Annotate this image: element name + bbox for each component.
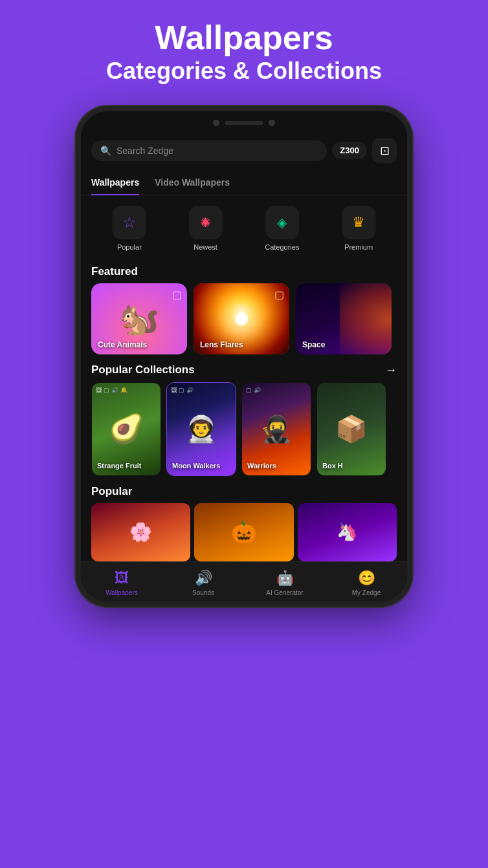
premium-label: Premium: [344, 243, 373, 251]
pop-visual-2: 🎃: [194, 503, 293, 561]
pop-visual-3: 🦄: [298, 503, 397, 561]
video-icon-lens: ▢: [274, 288, 284, 301]
search-bar: 🔍 Search Zedge Z300 ⊡: [81, 131, 407, 171]
featured-card-space[interactable]: Space: [296, 283, 392, 354]
crop-icon: ⊡: [380, 144, 390, 158]
collection-box-h[interactable]: 📦 Box H: [316, 382, 386, 476]
featured-card-cute-animals[interactable]: 🐿️ ▢ Cute Animals: [91, 283, 187, 354]
ai-icon-button[interactable]: ⊡: [372, 138, 397, 163]
camera-dot: [213, 120, 219, 126]
collections-section-header: Popular Collections →: [81, 354, 407, 382]
popular-section-header: Popular: [81, 476, 407, 503]
cute-animals-label: Cute Animals: [98, 340, 147, 349]
newest-icon: ✺: [200, 215, 211, 230]
category-premium[interactable]: ♛ Premium: [342, 206, 375, 251]
vid-icon-w: ▢: [246, 387, 252, 393]
newest-icon-wrap: ✺: [189, 206, 223, 239]
category-newest[interactable]: ✺ Newest: [189, 206, 223, 251]
moon-walkers-label: Moon Walkers: [172, 461, 220, 470]
category-popular[interactable]: ☆ Popular: [113, 206, 146, 251]
nav-my-zedge[interactable]: 😊 My Zedge: [326, 567, 407, 599]
bell-icon: 🔔: [120, 387, 128, 393]
warriors-icons: ▢ 🔊: [246, 387, 261, 393]
pop-visual-1: 🌸: [91, 503, 190, 561]
img-icon-mw: 🖼: [171, 387, 177, 393]
categories-icon-wrap: ◈: [265, 206, 299, 239]
camera-dot-2: [269, 120, 275, 126]
search-input-wrap[interactable]: 🔍 Search Zedge: [91, 140, 327, 161]
bottom-nav: 🖼 Wallpapers 🔊 Sounds 🤖 AI Generator 😊 M…: [81, 561, 407, 602]
popular-card-2[interactable]: 🎃: [194, 503, 293, 561]
collection-moon-walkers[interactable]: 👨‍🚀 🖼 ▢ 🔊 Moon Walkers: [166, 382, 236, 476]
popular-label: Popular: [117, 243, 142, 251]
vid-icon-mw: ▢: [179, 387, 184, 393]
lens-flares-label: Lens Flares: [200, 340, 243, 349]
sound-icon-mw: 🔊: [186, 387, 194, 393]
sounds-nav-icon: 🔊: [195, 570, 212, 587]
page-title: Wallpapers: [106, 19, 382, 56]
video-icon-cute: ▢: [172, 288, 182, 301]
popular-icon: ☆: [122, 213, 137, 232]
box-h-label: Box H: [322, 461, 343, 470]
category-categories[interactable]: ◈ Categories: [265, 206, 299, 251]
vid-icon: ▢: [104, 387, 109, 393]
sounds-nav-label: Sounds: [192, 589, 214, 596]
space-label: Space: [302, 340, 325, 349]
collections-title: Popular Collections: [91, 363, 195, 376]
warriors-label: Warriors: [247, 461, 276, 470]
ai-generator-nav-icon: 🤖: [276, 570, 294, 587]
categories-label: Categories: [265, 243, 299, 251]
tabs-container: Wallpapers Video Wallpapers: [81, 171, 407, 195]
my-zedge-nav-label: My Zedge: [352, 589, 381, 596]
nebula: [340, 283, 392, 354]
phone-screen: 🔍 Search Zedge Z300 ⊡ Wallpapers Video W…: [81, 131, 407, 602]
page-header: Wallpapers Categories & Collections: [106, 19, 382, 87]
popular-icon-wrap: ☆: [113, 206, 146, 239]
my-zedge-nav-icon: 😊: [358, 570, 375, 587]
featured-row: 🐿️ ▢ Cute Animals ▢ Lens Flares: [81, 283, 407, 354]
img-icon: 🖼: [96, 387, 102, 393]
search-placeholder: Search Zedge: [116, 146, 173, 156]
categories-row: ☆ Popular ✺ Newest ◈ Categories ♛: [81, 195, 407, 256]
moon-walkers-icons: 🖼 ▢ 🔊: [171, 387, 194, 393]
categories-icon: ◈: [277, 215, 287, 230]
speaker: [225, 121, 263, 125]
nav-ai-generator[interactable]: 🤖 AI Generator: [244, 567, 326, 599]
collection-warriors[interactable]: 🥷 ▢ 🔊 Warriors: [241, 382, 311, 476]
nav-sounds[interactable]: 🔊 Sounds: [162, 567, 244, 599]
premium-icon: ♛: [352, 214, 365, 231]
nav-wallpapers[interactable]: 🖼 Wallpapers: [81, 567, 162, 599]
popular-card-3[interactable]: 🦄: [298, 503, 397, 561]
popular-title: Popular: [91, 485, 132, 498]
strange-fruit-label: Strange Fruit: [97, 461, 141, 470]
popular-card-1[interactable]: 🌸: [91, 503, 190, 561]
sound-icon-w: 🔊: [254, 387, 261, 393]
sound-icon: 🔊: [111, 387, 118, 393]
premium-icon-wrap: ♛: [342, 206, 375, 239]
phone-notch: [81, 111, 407, 131]
ai-generator-nav-label: AI Generator: [266, 589, 303, 596]
phone-frame: 🔍 Search Zedge Z300 ⊡ Wallpapers Video W…: [76, 106, 412, 607]
wallpapers-nav-label: Wallpapers: [105, 589, 138, 596]
tab-video-wallpapers[interactable]: Video Wallpapers: [155, 171, 230, 195]
strange-fruit-icons: 🖼 ▢ 🔊 🔔: [96, 387, 128, 393]
collections-arrow[interactable]: →: [385, 363, 397, 377]
collection-strange-fruit[interactable]: 🥑 🖼 ▢ 🔊 🔔 Strange Fruit: [91, 382, 161, 476]
tab-wallpapers[interactable]: Wallpapers: [91, 171, 139, 195]
wallpapers-nav-icon: 🖼: [115, 570, 129, 587]
search-icon: 🔍: [100, 146, 111, 156]
z300-badge[interactable]: Z300: [332, 142, 367, 159]
flare-center: [235, 312, 248, 325]
newest-label: Newest: [194, 243, 217, 251]
featured-card-lens-flares[interactable]: ▢ Lens Flares: [194, 283, 289, 354]
page-subtitle: Categories & Collections: [106, 56, 382, 87]
featured-title: Featured: [91, 265, 138, 278]
popular-grid: 🌸 🎃 🦄: [81, 503, 407, 561]
featured-section-header: Featured: [81, 256, 407, 283]
collections-row: 🥑 🖼 ▢ 🔊 🔔 Strange Fruit 👨‍🚀 🖼 ▢: [81, 382, 407, 476]
